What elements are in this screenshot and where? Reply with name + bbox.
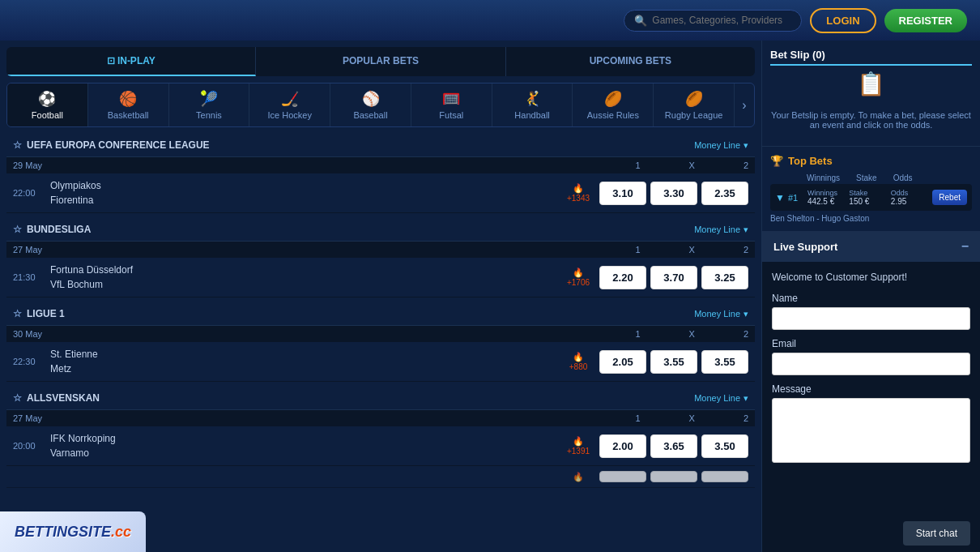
icehockey-icon: 🏒: [253, 90, 326, 108]
logo-text: BETTINGSITE.cc: [15, 524, 131, 541]
leagues-container: ☆ UEFA EUROPA CONFERENCE LEAGUE Money Li…: [6, 134, 755, 488]
match-teams-3-0: IFK Norrkoping Varnamо: [50, 431, 557, 460]
odds-btn-3-1-1[interactable]: [599, 471, 646, 482]
fire-icon-2: 🔥: [573, 352, 584, 362]
ls-footer: Start chat: [762, 515, 980, 552]
ls-message-textarea[interactable]: [772, 398, 970, 463]
start-chat-button[interactable]: Start chat: [903, 521, 970, 546]
content-area: ⊡ IN-PLAY POPULAR BETS UPCOMING BETS ⚽ F…: [0, 41, 761, 552]
odds-btn-3-0-1[interactable]: 2.00: [599, 434, 646, 458]
sport-futsal[interactable]: 🥅 Futsal: [411, 83, 492, 126]
tb-player-0: Ben Shelton - Hugo Gaston: [770, 214, 972, 223]
odds-btn-0-0-2[interactable]: 2.35: [701, 182, 748, 205]
odds-btn-1-0-1[interactable]: 2.20: [599, 266, 646, 289]
tennis-icon: 🎾: [173, 90, 246, 108]
odds-btn-2-0-1[interactable]: 2.05: [599, 350, 646, 374]
sport-baseball[interactable]: ⚾ Baseball: [330, 83, 411, 126]
star-icon-0[interactable]: ☆: [13, 139, 22, 151]
tab-popular[interactable]: POPULAR BETS: [256, 47, 505, 76]
match-teams-1-0: Fortuna Düsseldorf VfL Bochum: [50, 263, 557, 292]
ls-name-input[interactable]: [772, 307, 970, 330]
match-row-1-0: 21:30 Fortuna Düsseldorf VfL Bochum 🔥 +1…: [6, 258, 755, 297]
odds-btn-1-0-2[interactable]: 3.25: [701, 266, 748, 289]
live-support: Live Support − Welcome to Customer Suppo…: [762, 231, 980, 552]
fire-icon-1: 🔥: [573, 267, 584, 278]
tb-odds: Odds 2.95: [891, 189, 929, 206]
match-teams-2-0: St. Etienne Metz: [50, 347, 557, 376]
sports-nav-next[interactable]: ›: [735, 98, 754, 113]
inplay-icon: ⊡: [107, 55, 117, 66]
search-input[interactable]: [652, 15, 791, 26]
star-icon-2[interactable]: ☆: [13, 308, 22, 319]
football-icon: ⚽: [11, 90, 84, 108]
odds-btn-3-0-x[interactable]: 3.65: [650, 434, 697, 458]
money-line-btn-0[interactable]: Money Line ▾: [694, 140, 748, 151]
league-header-2: ☆ LIGUE 1 Money Line ▾: [6, 302, 755, 326]
odds-btn-2-0-2[interactable]: 3.55: [701, 350, 748, 374]
league-header-1: ☆ BUNDESLIGA Money Line ▾: [6, 218, 755, 242]
odds-btn-3-1-2[interactable]: [701, 471, 748, 482]
fire-badge-1-0: 🔥 +1706: [562, 267, 594, 287]
sport-icehockey[interactable]: 🏒 Ice Hockey: [249, 83, 330, 126]
top-bets-section: 🏆 Top Bets Winnings Stake Odds ▼ #1 Winn…: [762, 147, 980, 231]
trophy-icon: 🏆: [770, 155, 783, 167]
sport-handball[interactable]: 🤾 Handball: [492, 83, 573, 126]
odds-group-1-0: 2.20 3.70 3.25: [599, 266, 748, 289]
money-line-btn-2[interactable]: Money Line ▾: [694, 309, 748, 319]
league-section-2: ☆ LIGUE 1 Money Line ▾ 30 May 1 X 2: [6, 302, 755, 382]
expand-icon[interactable]: ▼: [775, 192, 785, 203]
sport-tennis[interactable]: 🎾 Tennis: [169, 83, 250, 126]
bet-slip-icon: 📋: [770, 71, 972, 97]
odds-btn-0-0-1[interactable]: 3.10: [599, 182, 646, 205]
ls-header: Live Support −: [762, 231, 980, 262]
fire-badge-3-1: 🔥: [562, 472, 594, 482]
match-row-2-0: 22:30 St. Etienne Metz 🔥 +880 2.05 3.55 …: [6, 342, 755, 382]
tab-upcoming[interactable]: UPCOMING BETS: [506, 47, 755, 76]
date-row-1: 27 May 1 X 2: [6, 242, 755, 258]
register-button[interactable]: REGISTER: [884, 9, 967, 32]
fire-icon: 🔥: [573, 183, 584, 194]
star-icon-1[interactable]: ☆: [13, 224, 22, 235]
tab-inplay[interactable]: ⊡ IN-PLAY: [6, 47, 256, 76]
odds-btn-3-0-2[interactable]: 3.50: [701, 434, 748, 458]
sport-football[interactable]: ⚽ Football: [7, 83, 88, 126]
ls-email-label: Email: [772, 338, 970, 349]
league-section-1: ☆ BUNDESLIGA Money Line ▾ 27 May 1 X 2: [6, 218, 755, 297]
star-icon-3[interactable]: ☆: [13, 392, 22, 404]
search-bar[interactable]: 🔍: [624, 10, 802, 32]
rugbyleague-icon: 🏉: [657, 90, 731, 108]
sport-rugbyleague[interactable]: 🏉 Rugby League: [654, 83, 735, 126]
money-line-btn-1[interactable]: Money Line ▾: [694, 225, 748, 235]
odds-btn-1-0-x[interactable]: 3.70: [650, 266, 697, 289]
bet-slip-empty-text: Your Betslip is empty. To make a bet, pl…: [770, 102, 972, 138]
login-button[interactable]: LOGIN: [810, 8, 876, 33]
main-layout: ⊡ IN-PLAY POPULAR BETS UPCOMING BETS ⚽ F…: [0, 41, 980, 552]
ls-email-input[interactable]: [772, 353, 970, 375]
ls-email-field: Email: [772, 338, 970, 375]
sport-basketball[interactable]: 🏀 Basketball: [88, 83, 169, 126]
chevron-down-icon-2: ▾: [744, 309, 748, 319]
ls-body: Welcome to Customer Support! Name Email …: [762, 262, 980, 515]
chevron-down-icon-3: ▾: [744, 393, 748, 404]
sports-nav: ⚽ Football 🏀 Basketball 🎾 Tennis 🏒 Ice H…: [6, 83, 755, 127]
odds-btn-2-0-x[interactable]: 3.55: [650, 350, 697, 374]
odds-btn-3-1-x[interactable]: [650, 471, 697, 482]
ls-minimize-button[interactable]: −: [961, 239, 969, 254]
money-line-btn-3[interactable]: Money Line ▾: [694, 393, 748, 404]
bottom-logo: BETTINGSITE.cc: [0, 511, 146, 552]
league-section-0: ☆ UEFA EUROPA CONFERENCE LEAGUE Money Li…: [6, 134, 755, 213]
fire-badge-0-0: 🔥 +1343: [562, 183, 594, 203]
date-row-3: 27 May 1 X 2: [6, 410, 755, 426]
tb-winnings: Winnings 442.5 €: [807, 189, 846, 206]
match-row-0-0: 22:00 Olympiakos Fiorentina 🔥 +1343 3.10…: [6, 173, 755, 213]
ls-message-field: Message: [772, 383, 970, 465]
basketball-icon: 🏀: [92, 90, 165, 108]
sport-aussierules[interactable]: 🏉 Aussie Rules: [573, 83, 654, 126]
match-row-3-0: 20:00 IFK Norrkoping Varnamо 🔥 +1391 2.0…: [6, 426, 755, 466]
rebet-button-0[interactable]: Rebet: [932, 190, 967, 205]
right-sidebar: Bet Slip (0) 📋 Your Betslip is empty. To…: [761, 41, 980, 552]
odds-btn-0-0-x[interactable]: 3.30: [650, 182, 697, 205]
bet-slip-title: Bet Slip (0): [770, 49, 972, 66]
chevron-down-icon: ▾: [744, 140, 748, 151]
search-icon: 🔍: [634, 15, 647, 27]
